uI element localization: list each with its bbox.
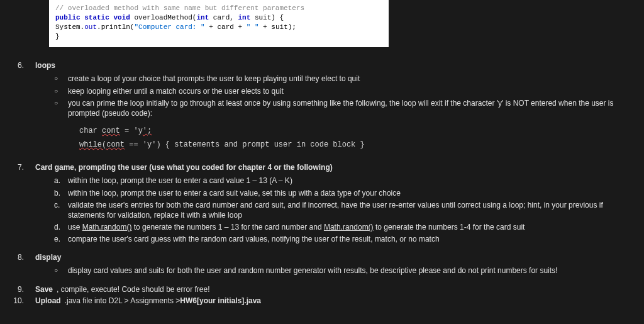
list-item-9: 9. Save, compile, execute! Code should b… — [0, 285, 644, 294]
sublist-label: b. — [54, 188, 68, 198]
item-title: Save — [35, 285, 53, 294]
list-item-6: 6. loops create a loop of your choice th… — [0, 61, 644, 160]
sublist-text: you can prime the loop initially to go t… — [68, 98, 634, 118]
item-number: 6. — [0, 61, 35, 160]
bullet-icon — [54, 86, 68, 96]
item-title: display — [35, 253, 634, 262]
list-item-7: 7. Card game, prompting the user (use wh… — [0, 163, 644, 250]
sublist-label: e. — [54, 234, 68, 244]
sublist: create a loop of your choice that prompt… — [54, 74, 634, 118]
item-number: 9. — [0, 285, 35, 294]
sublist-text: validate the user's entries for both the… — [68, 200, 634, 220]
sublist-text: compare the user's card guess with the r… — [68, 234, 634, 244]
sublist-label: d. — [54, 222, 68, 232]
item-rest: , compile, execute! Code should be error… — [57, 285, 209, 294]
item-number: 7. — [0, 163, 35, 250]
list-item-10: 10. Upload .java file into D2L > Assignm… — [0, 296, 644, 305]
sublist-text: keep looping either until a match occurs… — [68, 86, 634, 96]
sublist-text: within the loop, prompt the user to ente… — [68, 188, 634, 198]
sublist-text: within the loop, prompt the user to ente… — [68, 176, 634, 186]
item-number: 8. — [0, 253, 35, 282]
document-content: // overloaded method with same name but … — [0, 0, 644, 313]
sublist: a.within the loop, prompt the user to en… — [54, 176, 634, 244]
sublist-text: use Math.random() to generate the number… — [68, 222, 634, 232]
item-title: Upload — [35, 296, 61, 305]
sublist: display card values and suits for both t… — [54, 265, 634, 276]
code-snippet-box: // overloaded method with same name but … — [49, 0, 389, 47]
bullet-icon — [54, 74, 68, 84]
list-item-8: 8. display display card values and suits… — [0, 253, 644, 282]
sublist-text: display card values and suits for both t… — [68, 265, 634, 276]
sublist-text: create a loop of your choice that prompt… — [68, 74, 634, 84]
code-comment: // overloaded method with same name but … — [55, 4, 304, 12]
item-number: 10. — [0, 296, 35, 305]
bullet-icon — [54, 265, 68, 276]
item-rest-bold: HW6[your initials].java — [180, 296, 261, 305]
bullet-icon — [54, 98, 68, 118]
item-title: loops — [35, 61, 634, 70]
item-title: Card game, prompting the user (use what … — [35, 163, 634, 172]
pseudo-code-block: char cont = 'y'; while(cont == 'y') { st… — [79, 125, 634, 152]
item-rest: .java file into D2L > Assignments > — [65, 296, 180, 305]
sublist-label: c. — [54, 200, 68, 220]
sublist-label: a. — [54, 176, 68, 186]
